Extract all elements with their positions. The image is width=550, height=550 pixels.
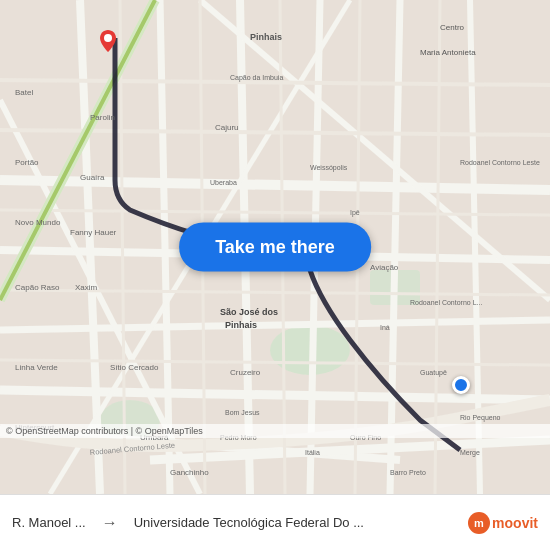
svg-text:Maria Antonieta: Maria Antonieta [420,48,476,57]
take-me-there-button[interactable]: Take me there [179,223,371,272]
moovit-logo: m moovit [468,512,538,534]
svg-text:Merge: Merge [460,449,480,457]
map-area: Batel Portão Novo Mundo Capão Raso Linha… [0,0,550,494]
svg-text:Cruzeiro: Cruzeiro [230,368,261,377]
svg-text:Capão da Imbuia: Capão da Imbuia [230,74,283,82]
svg-text:Weissópolis: Weissópolis [310,164,348,172]
svg-text:Pinhais: Pinhais [250,32,282,42]
svg-text:Portão: Portão [15,158,39,167]
route-origin: R. Manoel ... [12,515,86,530]
svg-text:Rodoanel Contorno L...: Rodoanel Contorno L... [410,299,482,306]
svg-text:Pinhais: Pinhais [225,320,257,330]
svg-text:Rio Pequeno: Rio Pequeno [460,414,501,422]
svg-text:Rodoanel Contorno Leste: Rodoanel Contorno Leste [460,159,540,166]
origin-label: R. Manoel ... [12,515,86,530]
svg-text:Itália: Itália [305,449,320,456]
svg-text:Cajuru: Cajuru [215,123,239,132]
svg-text:Centro: Centro [440,23,465,32]
route-destination: Universidade Tecnológica Federal Do ... [134,515,364,530]
end-pin [452,376,470,394]
svg-text:Uberaba: Uberaba [210,179,237,186]
route-arrow: → [96,514,124,532]
copyright-bar: © OpenStreetMap contributors | © OpenMap… [0,424,550,438]
svg-text:Xaxim: Xaxim [75,283,98,292]
svg-text:São José dos: São José dos [220,307,278,317]
svg-text:Ganchinho: Ganchinho [170,468,209,477]
svg-text:Sítio Cercado: Sítio Cercado [110,363,159,372]
copyright-text: © OpenStreetMap contributors | © OpenMap… [6,426,203,436]
svg-text:Novo Mundo: Novo Mundo [15,218,61,227]
svg-text:Fanny Hauer: Fanny Hauer [70,228,117,237]
svg-text:Guaíra: Guaíra [80,173,105,182]
svg-text:Linha Verde: Linha Verde [15,363,58,372]
svg-text:Ipê: Ipê [350,209,360,217]
svg-text:Capão Raso: Capão Raso [15,283,60,292]
svg-text:Barro Preto: Barro Preto [390,469,426,476]
bottom-bar: R. Manoel ... → Universidade Tecnológica… [0,494,550,550]
svg-text:m: m [474,517,484,529]
app-container: Batel Portão Novo Mundo Capão Raso Linha… [0,0,550,550]
svg-point-69 [104,34,112,42]
destination-label: Universidade Tecnológica Federal Do ... [134,515,364,530]
svg-text:Bom Jesus: Bom Jesus [225,409,260,416]
svg-text:Parolin: Parolin [90,113,115,122]
svg-text:Iná: Iná [380,324,390,331]
svg-text:Batel: Batel [15,88,33,97]
moovit-icon: m [468,512,490,534]
start-pin [100,30,116,50]
moovit-text: moovit [492,515,538,531]
svg-text:Guatupê: Guatupê [420,369,447,377]
svg-text:Aviação: Aviação [370,263,399,272]
arrow-icon: → [102,514,118,532]
